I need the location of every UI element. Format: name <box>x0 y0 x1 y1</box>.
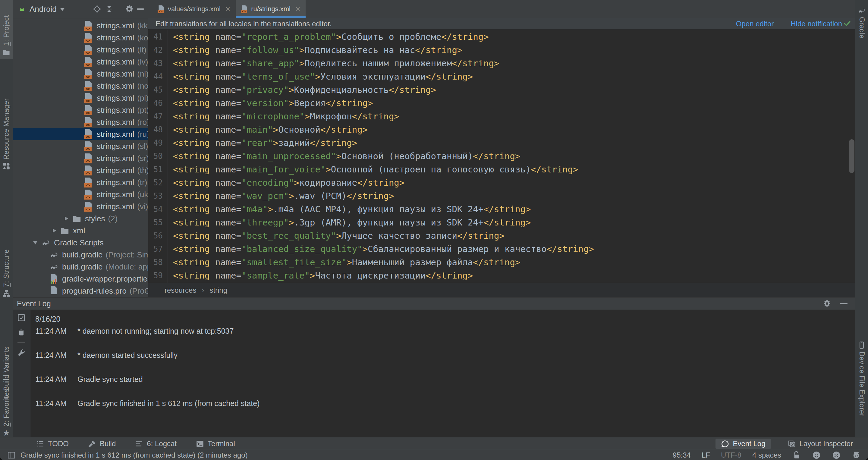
tree-row-strings-xml-ko[interactable]: <>strings.xml(ko) <box>13 32 148 44</box>
log-entry: 11:24 AMGradle sync finished in 1 s 612 … <box>35 397 855 409</box>
tree-row-strings-xml-tr[interactable]: <>strings.xml(tr) <box>13 176 148 188</box>
logcat-lines-icon <box>135 440 143 448</box>
xml-file-icon: <> <box>84 81 93 91</box>
happy-face-icon[interactable] <box>812 451 821 460</box>
tree-row-strings-xml-pl[interactable]: <>strings.xml(pl) <box>13 92 148 104</box>
locate-target-icon[interactable] <box>93 4 101 13</box>
xml-file-icon: <> <box>84 189 93 200</box>
chevron-collapsed-icon[interactable] <box>48 228 60 233</box>
code-line: 46<string name="version">Версия</string> <box>148 96 855 110</box>
tree-row-styles-2[interactable]: styles(2) <box>13 213 148 224</box>
code-line-text: <string name="follow_us">Подписывайтесь … <box>167 43 462 57</box>
sidebar-item-1-project[interactable]: 1: Project <box>0 0 13 59</box>
wrench-icon[interactable] <box>17 349 26 357</box>
gradle-elephant-icon <box>858 7 866 14</box>
tree-row-gradle-wrapper-properties[interactable]: gradle-wrapper.properties( <box>13 273 148 285</box>
line-number: 52 <box>148 176 167 189</box>
tool-window-button-todo[interactable]: TODO <box>36 439 69 448</box>
tool-window-button-layout-inspector[interactable]: Layout Inspector <box>788 439 853 448</box>
tree-row-strings-xml-no[interactable]: <>strings.xml(no) <box>13 80 148 92</box>
project-view-selector-label: Android <box>30 4 57 14</box>
status-indent-style[interactable]: 4 spaces <box>752 451 781 459</box>
collapse-all-icon[interactable] <box>104 4 114 13</box>
tree-row-strings-xml-th[interactable]: <>strings.xml(th) <box>13 164 148 176</box>
tree-item-label: strings.xml <box>97 166 134 175</box>
close-icon[interactable]: × <box>225 5 230 13</box>
editor-tab-values-strings-xml[interactable]: <>values/strings.xml× <box>153 0 236 18</box>
tree-row-strings-xml-kk[interactable]: <>strings.xml(kk) <box>13 20 148 32</box>
hide-notification-link[interactable]: Hide notification <box>790 20 842 28</box>
open-editor-link[interactable]: Open editor <box>736 20 774 28</box>
tree-row-proguard-rules-pro-progu[interactable]: proguard-rules.pro(ProGu <box>13 285 148 297</box>
editor-scrollbar-thumb[interactable] <box>849 139 855 173</box>
check-square-icon[interactable] <box>17 313 26 322</box>
tree-item-label: build.gradle <box>62 250 102 259</box>
code-line-text: <string name="main">Основной</string> <box>167 123 368 136</box>
trash-icon <box>17 328 26 336</box>
tool-window-button-6-logcat[interactable]: 6: Logcat <box>135 439 177 448</box>
tree-row-strings-xml-pt[interactable]: <>strings.xml(pt) <box>13 104 148 116</box>
project-view-selector[interactable]: Android <box>30 4 64 14</box>
editor-tab-ru-strings-xml[interactable]: <>ru/strings.xml× <box>236 0 306 18</box>
tree-row-strings-xml-ru[interactable]: <>strings.xml(ru) <box>13 128 148 140</box>
tree-row-build-gradle-module-app[interactable]: build.gradle(Module: app) <box>13 261 148 273</box>
gear-icon[interactable] <box>125 4 134 13</box>
tool-window-button-label: Layout Inspector <box>800 439 853 448</box>
sad-face-icon[interactable] <box>832 451 841 460</box>
log-message: * daemon not running; starting now at tc… <box>78 327 234 336</box>
tree-row-gradle-scripts[interactable]: Gradle Scripts <box>13 237 148 249</box>
tree-item-qualifier: (uk) <box>137 190 148 199</box>
tree-row-strings-xml-sr[interactable]: <>strings.xml(sr) <box>13 152 148 164</box>
tool-window-button-label: TODO <box>48 439 69 448</box>
line-number: 41 <box>148 30 167 43</box>
close-icon[interactable]: × <box>296 5 300 13</box>
event-log-panel: Event Log 8/16/2011:24 AM* daemon not ru… <box>13 297 855 437</box>
sidebar-item-label: 1: Project <box>2 15 10 46</box>
tree-row-strings-xml-vi[interactable]: <>strings.xml(vi) <box>13 201 148 213</box>
chevron-collapsed-icon[interactable] <box>60 216 72 221</box>
tool-window-switcher-icon[interactable] <box>7 451 16 459</box>
code-line-text: <string name="version">Версия</string> <box>167 96 373 110</box>
tree-row-strings-xml-ro[interactable]: <>strings.xml(ro) <box>13 116 148 128</box>
tree-row-build-gradle-project-simple[interactable]: build.gradle(Project: Simple <box>13 249 148 261</box>
sidebar-item-gradle[interactable]: Gradle <box>855 7 868 55</box>
tree-row-strings-xml-uk[interactable]: <>strings.xml(uk) <box>13 188 148 201</box>
event-log-hide-icon[interactable] <box>840 303 847 304</box>
xml-file-icon: <> <box>84 21 93 31</box>
tree-item-label: strings.xml <box>97 45 134 55</box>
hide-panel-icon[interactable] <box>137 8 144 10</box>
event-log-gear-icon[interactable] <box>823 299 831 308</box>
status-file-encoding[interactable]: UTF-8 <box>721 451 741 459</box>
tool-window-button-event-log[interactable]: Event Log <box>715 438 771 449</box>
xml-file-icon: <> <box>84 44 93 55</box>
tool-window-button-build[interactable]: Build <box>88 439 116 448</box>
tree-item-qualifier: (ro) <box>137 118 148 127</box>
xml-file-icon: <> <box>241 5 248 13</box>
event-log-header: Event Log <box>13 298 855 310</box>
sidebar-item-device-file-explorer[interactable]: Device File Explorer <box>855 341 868 432</box>
status-line-separator[interactable]: LF <box>702 451 710 459</box>
event-bubble-icon <box>721 440 729 448</box>
trash-icon[interactable] <box>17 328 26 336</box>
gear-icon <box>823 299 831 308</box>
breadcrumb-string[interactable]: string <box>210 286 227 295</box>
tree-row-strings-xml-sl[interactable]: <>strings.xml(sl) <box>13 140 148 152</box>
status-caret-position[interactable]: 95:34 <box>673 451 691 459</box>
sidebar-item-2-favorites[interactable]: 2: Favorites★ <box>0 405 13 440</box>
inspector-profile-icon[interactable] <box>852 451 861 460</box>
tree-row-strings-xml-nl[interactable]: <>strings.xml(nl) <box>13 68 148 80</box>
line-number: 43 <box>148 57 167 70</box>
unlocked-padlock-icon[interactable] <box>792 451 801 460</box>
sidebar-item-label: Device File Explorer <box>858 351 866 417</box>
tree-row-strings-xml-lt[interactable]: <>strings.xml(lt) <box>13 44 148 56</box>
chevron-expanded-icon[interactable] <box>29 241 41 244</box>
tree-row-xml[interactable]: xml <box>13 224 148 237</box>
tree-row-strings-xml-lv[interactable]: <>strings.xml(lv) <box>13 56 148 68</box>
code-editor[interactable]: 41<string name="report_a_problem">Сообщи… <box>148 30 855 283</box>
log-timestamp: 11:24 AM <box>35 375 78 384</box>
breadcrumb-resources[interactable]: resources <box>164 286 196 295</box>
line-number: 50 <box>148 150 167 163</box>
sidebar-item-7-structure[interactable]: 7: Structure <box>0 223 13 300</box>
tool-window-button-terminal[interactable]: Terminal <box>196 439 235 448</box>
sidebar-item-resource-manager[interactable]: Resource Manager <box>0 68 13 173</box>
